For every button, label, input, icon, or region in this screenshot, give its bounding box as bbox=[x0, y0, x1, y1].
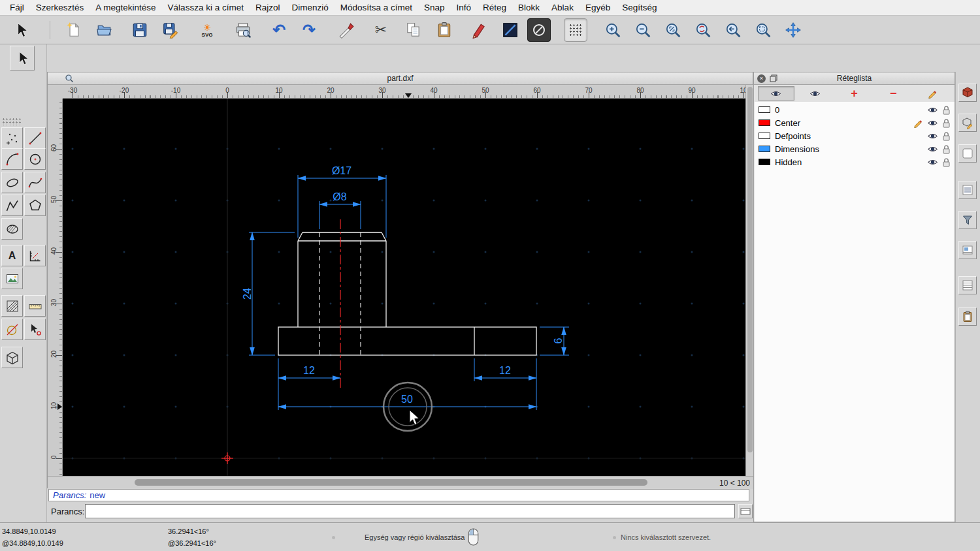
zoom-previous-button[interactable] bbox=[721, 18, 745, 42]
dock-toggle-filter[interactable] bbox=[958, 211, 977, 229]
menu-modify[interactable]: Módosítsa a címet bbox=[335, 0, 418, 16]
dock-toggle-library[interactable] bbox=[958, 241, 977, 259]
pointer-tool-button[interactable] bbox=[10, 46, 35, 71]
circle-slash-button[interactable] bbox=[527, 18, 551, 42]
isometric-tool-button[interactable] bbox=[1, 347, 23, 368]
command-input[interactable] bbox=[85, 504, 735, 518]
undo-button[interactable]: ↶ bbox=[267, 18, 291, 42]
pattern-tool-button[interactable] bbox=[1, 295, 23, 317]
menu-edit[interactable]: Szerkesztés bbox=[30, 0, 90, 16]
menu-info[interactable]: Infó bbox=[451, 0, 478, 16]
layer-row-center[interactable]: Center bbox=[755, 116, 955, 129]
dock-toggle-rows[interactable] bbox=[958, 276, 977, 294]
drawing-canvas[interactable]: Ø17 Ø8 24 6 12 12 50 bbox=[63, 99, 745, 476]
circle-tool-button[interactable] bbox=[24, 148, 46, 170]
dock-toggle-panel[interactable] bbox=[958, 144, 977, 163]
pen-settings-button[interactable] bbox=[498, 18, 522, 42]
layer-color-swatch[interactable] bbox=[759, 119, 770, 126]
zoom-pan-button[interactable] bbox=[781, 18, 805, 42]
dock-toggle-visibility[interactable] bbox=[958, 84, 977, 102]
layer-color-swatch[interactable] bbox=[759, 133, 770, 139]
vertical-scrollbar-thumb[interactable] bbox=[747, 87, 753, 452]
horizontal-scrollbar[interactable] bbox=[63, 477, 715, 490]
layer-row-defpoints[interactable]: Defpoints bbox=[755, 129, 955, 142]
menu-select[interactable]: Válassza ki a címet bbox=[162, 0, 250, 16]
layer-lock-icon[interactable] bbox=[942, 157, 951, 167]
open-file-button[interactable] bbox=[93, 18, 116, 42]
delete-button[interactable] bbox=[335, 18, 358, 42]
layer-row-0[interactable]: 0 bbox=[755, 103, 955, 116]
polygon-tool-button[interactable] bbox=[24, 195, 46, 216]
menu-snap[interactable]: Snap bbox=[418, 0, 451, 16]
layer-color-swatch[interactable] bbox=[759, 146, 770, 152]
menu-block[interactable]: Blokk bbox=[512, 0, 546, 16]
attributes-pen-button[interactable] bbox=[467, 18, 491, 42]
layer-color-swatch[interactable] bbox=[759, 159, 770, 165]
select-tool-button[interactable] bbox=[9, 18, 33, 42]
layer-panel-titlebar[interactable]: × Réteglista bbox=[754, 72, 955, 85]
layer-lock-icon[interactable] bbox=[942, 105, 951, 115]
snap-tool-button[interactable] bbox=[24, 319, 46, 340]
horizontal-scrollbar-thumb[interactable] bbox=[135, 479, 647, 486]
image-tool-button[interactable] bbox=[1, 268, 23, 289]
modify-layer-button[interactable] bbox=[914, 86, 951, 101]
redo-button[interactable]: ↷ bbox=[297, 18, 321, 42]
layer-visibility-icon[interactable] bbox=[927, 132, 938, 140]
text-tool-button[interactable]: A bbox=[1, 245, 23, 266]
zoom-out-button[interactable] bbox=[631, 18, 655, 42]
polyline-tool-button[interactable] bbox=[1, 195, 23, 216]
zoom-auto-button[interactable] bbox=[661, 18, 685, 42]
cut-button[interactable]: ✂ bbox=[369, 18, 393, 42]
float-panel-icon[interactable] bbox=[770, 74, 777, 82]
menu-other[interactable]: Egyéb bbox=[580, 0, 616, 16]
menu-view[interactable]: A megtekintése bbox=[90, 0, 161, 16]
modify-tool-button[interactable] bbox=[1, 319, 23, 340]
zoom-window-button[interactable] bbox=[751, 18, 775, 42]
dock-toggle-blocks[interactable] bbox=[958, 114, 977, 132]
layer-lock-icon[interactable] bbox=[942, 118, 951, 128]
save-button[interactable] bbox=[128, 18, 152, 42]
menu-file[interactable]: Fájl bbox=[4, 0, 30, 16]
layer-visibility-icon[interactable] bbox=[927, 106, 938, 114]
menu-layer[interactable]: Réteg bbox=[477, 0, 512, 16]
hide-all-layers-button[interactable] bbox=[797, 86, 834, 101]
dock-toggle-clipboard[interactable] bbox=[958, 307, 977, 326]
menu-window[interactable]: Ablak bbox=[546, 0, 580, 16]
remove-layer-button[interactable]: − bbox=[875, 86, 911, 101]
save-as-button[interactable] bbox=[159, 18, 182, 42]
zoom-in-button[interactable] bbox=[601, 18, 625, 42]
menu-dimension[interactable]: Dimenzió bbox=[286, 0, 334, 16]
line-tool-button[interactable] bbox=[24, 127, 46, 149]
command-options-button[interactable] bbox=[738, 504, 753, 518]
layer-edit-icon[interactable] bbox=[913, 118, 923, 128]
layer-row-dimensions[interactable]: Dimensions bbox=[755, 142, 955, 155]
dimension-tool-button[interactable] bbox=[24, 245, 46, 266]
spline-tool-button[interactable] bbox=[24, 172, 46, 193]
grid-toggle-button[interactable] bbox=[564, 18, 587, 42]
layer-visibility-icon[interactable] bbox=[927, 119, 938, 127]
export-svg-button[interactable]: SVG bbox=[195, 18, 219, 42]
menu-help[interactable]: Segítség bbox=[616, 0, 662, 16]
layer-lock-icon[interactable] bbox=[942, 131, 951, 141]
ellipse-tool-button[interactable] bbox=[1, 172, 23, 193]
hatch-tool-button[interactable] bbox=[1, 218, 23, 240]
copy-button[interactable] bbox=[402, 18, 425, 42]
toolbar-drag-handle[interactable] bbox=[2, 118, 22, 125]
new-document-button[interactable] bbox=[62, 18, 86, 42]
dock-toggle-layer-list[interactable] bbox=[958, 181, 977, 199]
paste-button[interactable] bbox=[433, 18, 456, 42]
menu-draw[interactable]: Rajzol bbox=[250, 0, 286, 16]
close-panel-button[interactable]: × bbox=[757, 74, 766, 83]
print-preview-button[interactable] bbox=[231, 18, 255, 42]
points-tool-button[interactable] bbox=[1, 127, 23, 149]
layer-visibility-icon[interactable] bbox=[927, 145, 938, 153]
zoom-redraw-button[interactable] bbox=[691, 18, 715, 42]
add-layer-button[interactable]: + bbox=[836, 86, 872, 101]
layer-row-hidden[interactable]: Hidden bbox=[755, 155, 955, 168]
layer-lock-icon[interactable] bbox=[942, 144, 951, 154]
measure-tool-button[interactable] bbox=[24, 295, 46, 317]
layer-visibility-icon[interactable] bbox=[927, 158, 938, 166]
show-all-layers-button[interactable] bbox=[758, 86, 794, 101]
layer-color-swatch[interactable] bbox=[759, 106, 770, 113]
document-titlebar[interactable]: part.dxf bbox=[48, 72, 753, 85]
